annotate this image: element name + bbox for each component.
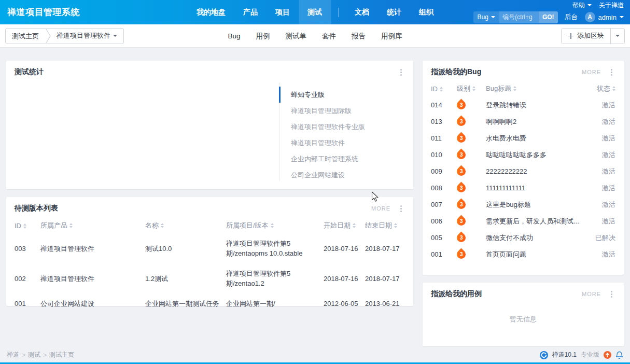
col-begin[interactable]: 开始日期 <box>324 218 365 233</box>
avatar: A <box>585 12 595 22</box>
subnav-item-caselib[interactable]: 用例库 <box>373 24 410 48</box>
nav-qa-active[interactable]: 测试 <box>299 0 331 24</box>
edition-link[interactable]: 专业版 <box>581 351 599 359</box>
cell-project: 企业网站第一期/ <box>226 293 324 314</box>
panel-menu-icon[interactable] <box>607 68 615 76</box>
subnav-item-testsuite[interactable]: 套件 <box>314 24 344 48</box>
col-end[interactable]: 结束日期 <box>365 218 405 233</box>
cell-severity: 3 <box>457 113 486 130</box>
sort-icon <box>513 86 516 91</box>
cell-name[interactable]: 企业网站第一期测试任务 <box>145 293 226 314</box>
cell-product: 禅道项目管理软件 <box>40 233 145 263</box>
footer-crumb-site[interactable]: 禅道 <box>7 351 19 359</box>
cell-status: 激活 <box>582 163 615 179</box>
col-project[interactable]: 所属项目/版本 <box>226 218 324 233</box>
product-item[interactable]: 企业内部工时管理系统 <box>279 151 413 167</box>
plus-icon <box>568 33 573 39</box>
cell-severity: 3 <box>457 179 486 196</box>
cell-title[interactable]: 啊啊啊啊2 <box>486 113 582 130</box>
panel-menu-icon[interactable] <box>397 68 405 76</box>
cell-id: 013 <box>431 113 457 130</box>
cell-product: 禅道项目管理软件 <box>40 263 145 293</box>
cell-id: 006 <box>431 213 457 229</box>
search-go-button[interactable]: GO! <box>539 11 558 23</box>
product-item[interactable]: 禅道项目管理软件 <box>279 135 413 151</box>
nav-company[interactable]: 组织 <box>410 0 442 24</box>
about-link[interactable]: 关于禅道 <box>599 1 624 10</box>
cell-title[interactable]: 需求更新后，研发人员和测试... <box>486 213 582 229</box>
col-id[interactable]: ID <box>431 81 457 96</box>
cell-id: 014 <box>431 96 457 113</box>
notification-bell-icon[interactable] <box>615 351 623 359</box>
product-item[interactable]: 公司企业网站建设 <box>279 167 413 183</box>
cell-title[interactable]: 22222222222 <box>486 163 582 179</box>
cell-title[interactable]: 水电费水电费 <box>486 130 582 146</box>
product-item[interactable]: 禅道项目管理国际版 <box>279 103 413 119</box>
nav-project[interactable]: 项目 <box>267 0 299 24</box>
cell-status: 激活 <box>582 246 615 262</box>
cell-title[interactable]: 登录跳转错误 <box>486 96 582 113</box>
nav-my-dashboard[interactable]: 我的地盘 <box>188 0 234 24</box>
nav-product[interactable]: 产品 <box>234 0 267 24</box>
severity-flame-icon: 3 <box>455 215 467 227</box>
footer-crumb-module[interactable]: 测试 <box>28 351 40 359</box>
nav-report[interactable]: 统计 <box>378 0 410 24</box>
topbar: 禅道项目管理系统 我的地盘 产品 项目 测试 文档 统计 组织 帮助 关于禅道 … <box>0 0 630 24</box>
subnav-item-testtask[interactable]: 测试单 <box>278 24 315 48</box>
more-link[interactable]: MORE <box>582 69 601 75</box>
cell-id: 005 <box>431 229 457 246</box>
col-id[interactable]: ID <box>15 218 40 233</box>
cell-title[interactable]: 首页页面问题 <box>486 246 582 262</box>
footer-separator: > <box>43 352 47 359</box>
update-badge-icon[interactable] <box>604 351 611 359</box>
sort-icon <box>23 223 26 229</box>
builds-table: ID 所属产品 名称 所属项目/版本 开始日期 结束日期 003 <box>15 218 405 314</box>
cell-title[interactable]: 哒哒哒哒哒哒多多多 <box>486 146 582 163</box>
breadcrumb-home[interactable]: 测试主页 <box>6 29 45 44</box>
panel-menu-icon[interactable] <box>397 204 405 213</box>
add-block-dropdown[interactable] <box>610 29 624 44</box>
cell-end: 2013-06-21 <box>365 293 405 314</box>
panel-title: 测试统计 <box>15 67 44 77</box>
sort-icon <box>394 223 397 228</box>
subnav-item-testcase[interactable]: 用例 <box>248 24 278 48</box>
col-severity[interactable]: 级别 <box>457 81 486 96</box>
col-title[interactable]: Bug标题 <box>486 81 582 96</box>
admin-console-link[interactable]: 后台 <box>565 12 578 22</box>
product-list: 蝉知专业版 禅道项目管理国际版 禅道项目管理软件专业版 禅道项目管理软件 企业内… <box>279 82 413 181</box>
footer: 禅道 > 测试 > 测试主页 禅道10.1 专业版 <box>0 346 630 363</box>
col-product[interactable]: 所属产品 <box>40 218 145 233</box>
cell-name[interactable]: 测试10.0 <box>145 233 226 263</box>
panel-menu-icon[interactable] <box>607 290 615 298</box>
product-item[interactable]: 蝉知专业版 <box>279 87 413 103</box>
bug-row: 014 3 登录跳转错误 激活 <box>431 96 615 113</box>
help-menu[interactable]: 帮助 <box>572 1 592 10</box>
product-item[interactable]: 禅道项目管理软件专业版 <box>279 119 413 135</box>
cell-title[interactable]: 微信支付不成功 <box>486 229 582 246</box>
cell-title[interactable]: 这里是bug标题 <box>486 196 582 213</box>
search-input[interactable] <box>499 11 539 23</box>
subnav-item-report[interactable]: 报告 <box>344 24 373 48</box>
search-type-dropdown[interactable]: Bug <box>473 11 499 23</box>
add-block-button[interactable]: 添加区块 <box>562 29 610 44</box>
col-name[interactable]: 名称 <box>145 218 226 233</box>
cell-title[interactable]: 111111111111 <box>486 179 582 196</box>
cell-end: 2018-07-17 <box>365 263 405 293</box>
chevron-down-icon <box>615 35 620 37</box>
breadcrumb: 测试主页 禅道项目管理软件 <box>5 28 124 44</box>
bug-row: 006 3 需求更新后，研发人员和测试... 激活 <box>431 213 615 229</box>
more-link[interactable]: MORE <box>582 291 601 297</box>
user-menu[interactable]: A admin <box>585 12 624 22</box>
nav-doc[interactable]: 文档 <box>346 0 378 24</box>
bug-row: 008 3 111111111111 激活 <box>431 179 615 196</box>
cell-name[interactable]: 1.2测试 <box>145 263 226 293</box>
subnav-item-bug[interactable]: Bug <box>220 24 248 48</box>
more-link[interactable]: MORE <box>371 205 390 212</box>
severity-flame-icon: 3 <box>455 181 467 194</box>
col-status[interactable]: 状态 <box>582 81 615 96</box>
cell-product: 公司企业网站建设 <box>40 293 145 314</box>
cell-status: 激活 <box>582 213 615 229</box>
product-switcher[interactable]: 禅道项目管理软件 <box>51 29 123 44</box>
dots-icon <box>611 72 612 73</box>
chevron-down-icon <box>491 16 495 18</box>
